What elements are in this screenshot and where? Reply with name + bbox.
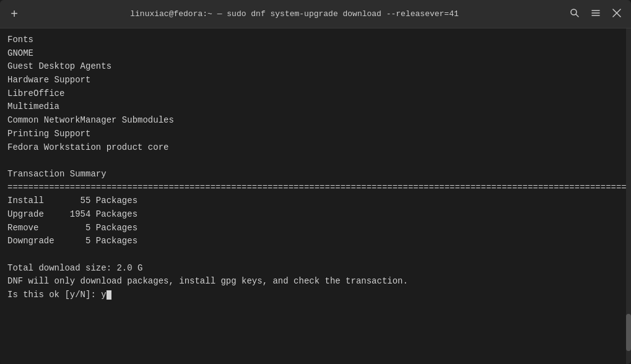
cursor — [107, 290, 111, 300]
line-printing: Printing Support — [7, 128, 624, 141]
scrollbar-thumb[interactable] — [626, 314, 631, 351]
line-remove: Remove 5 Packages — [7, 222, 624, 235]
line-transaction-summary: Transaction Summary — [7, 168, 624, 181]
line-upgrade: Upgrade 1954 Packages — [7, 208, 624, 222]
line-gnome: GNOME — [7, 47, 624, 61]
terminal-window: + linuxiac@fedora:~ — sudo dnf system-up… — [0, 0, 631, 364]
line-dnf-info: DNF will only download packages, install… — [7, 275, 624, 288]
titlebar-controls — [565, 5, 626, 24]
line-libreoffice: LibreOffice — [7, 87, 624, 101]
line-multimedia: Multimedia — [7, 100, 624, 114]
scrollbar-track[interactable] — [626, 28, 631, 364]
line-guest-desktop: Guest Desktop Agents — [7, 60, 624, 74]
line-fonts: Fonts — [7, 33, 624, 47]
line-hardware: Hardware Support — [7, 74, 624, 87]
search-button[interactable] — [565, 5, 584, 24]
hamburger-icon — [591, 8, 601, 20]
line-empty1 — [7, 154, 624, 168]
titlebar: + linuxiac@fedora:~ — sudo dnf system-up… — [0, 0, 631, 28]
search-icon — [570, 8, 580, 20]
terminal-body[interactable]: Fonts GNOME Guest Desktop Agents Hardwar… — [0, 28, 631, 364]
line-install: Install 55 Packages — [7, 194, 624, 208]
close-button[interactable] — [607, 5, 626, 24]
line-separator: ========================================… — [7, 181, 624, 195]
new-tab-icon: + — [11, 7, 18, 21]
titlebar-left: + — [5, 5, 24, 24]
new-tab-button[interactable]: + — [5, 5, 24, 24]
line-download-size: Total download size: 2.0 G — [7, 262, 624, 275]
line-downgrade: Downgrade 5 Packages — [7, 235, 624, 248]
line-prompt: Is this ok [y/N]: y — [7, 288, 624, 302]
menu-button[interactable] — [586, 5, 605, 24]
line-empty2 — [7, 248, 624, 262]
line-networkmanager: Common NetworkManager Submodules — [7, 114, 624, 128]
window-title: linuxiac@fedora:~ — sudo dnf system-upgr… — [24, 9, 565, 19]
line-workstation: Fedora Workstation product core — [7, 141, 624, 155]
close-icon — [612, 9, 621, 20]
svg-line-1 — [576, 14, 578, 17]
